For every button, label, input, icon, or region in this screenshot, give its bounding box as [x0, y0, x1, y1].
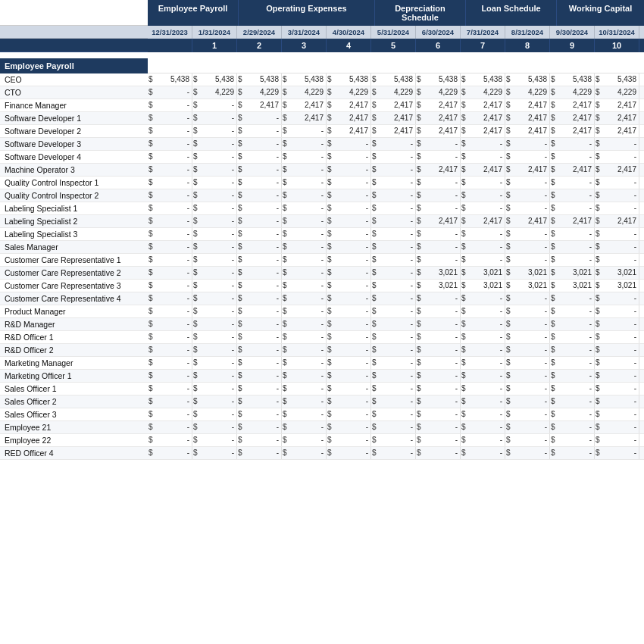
dollar-sign: $ [461, 112, 468, 124]
dollar-sign: $ [148, 305, 155, 317]
dollar-sign: $ [505, 241, 513, 253]
value-cell: - [245, 241, 282, 253]
dollar-sign: $ [237, 408, 245, 420]
dollar-sign: $ [416, 73, 424, 86]
dollar-sign: $ [192, 73, 200, 86]
dollar-sign: $ [461, 447, 468, 459]
dollar-sign: $ [282, 228, 289, 240]
date-cell-2: 2/29/2024 [237, 26, 282, 39]
dollar-sign: $ [192, 357, 200, 369]
dollar-sign: $ [192, 164, 200, 176]
dollar-sign: $ [550, 383, 558, 395]
value-cell: 4,229 [200, 86, 237, 98]
value-cell: 5,438 [513, 73, 550, 86]
dollar-sign: $ [461, 189, 468, 202]
dollar-sign: $ [148, 254, 155, 266]
row-label: Quality Control Inspector 2 [0, 189, 148, 202]
value-cell: 2,417 [513, 215, 550, 227]
dollar-sign: $ [327, 280, 334, 292]
dollar-sign: $ [327, 318, 334, 330]
value-cell: - [424, 292, 461, 305]
value-cell: - [513, 151, 550, 163]
dollar-sign: $ [282, 254, 289, 266]
value-cell: - [200, 228, 237, 240]
value-cell: - [468, 138, 505, 150]
table-row: CEO$5,438$5,438$5,438$5,438$5,438$5,438$… [0, 73, 644, 86]
table-row: Machine Operator 3$-$-$-$-$-$-$2,417$2,4… [0, 164, 644, 177]
employee-payroll-section-header: Employee Payroll [0, 58, 148, 73]
value-cell: - [513, 202, 550, 214]
value-cell: - [289, 228, 327, 240]
value-cell: 4,229 [424, 86, 461, 98]
value-cell: - [424, 408, 461, 420]
dollar-sign: $ [148, 434, 155, 446]
dollar-sign: $ [237, 228, 245, 240]
value-cell: 2,417 [602, 215, 639, 227]
dollar-sign: $ [148, 447, 155, 459]
value-cell: - [602, 447, 639, 459]
value-cell: - [155, 254, 192, 266]
dollar-sign: $ [416, 357, 424, 369]
value-cell: 2,417 [558, 164, 595, 176]
value-cell: 2,417 [558, 112, 595, 124]
value-cell: 2,417 [468, 164, 505, 176]
value-cell: - [379, 421, 416, 433]
dollar-sign: $ [505, 357, 513, 369]
value-cell: - [155, 357, 192, 369]
dollar-sign: $ [416, 138, 424, 150]
dollar-sign: $ [416, 267, 424, 279]
table-row: Employee 22$-$-$-$-$-$-$-$-$-$-$- [0, 434, 644, 447]
value-cell: - [424, 305, 461, 317]
value-cell: 4,229 [334, 86, 371, 98]
table-row: Customer Care Representative 1$-$-$-$-$-… [0, 254, 644, 267]
dollar-sign: $ [192, 177, 200, 189]
dollar-sign: $ [550, 344, 558, 356]
dollar-sign: $ [237, 215, 245, 227]
dollar-sign: $ [550, 254, 558, 266]
value-cell: - [334, 370, 371, 382]
dollar-sign: $ [416, 151, 424, 163]
value-cell: - [334, 267, 371, 279]
value-cell: - [200, 189, 237, 202]
value-cell: - [155, 280, 192, 292]
dollar-sign: $ [282, 112, 289, 124]
dollar-sign: $ [192, 138, 200, 150]
value-cell: - [379, 331, 416, 343]
dollar-sign: $ [237, 305, 245, 317]
dollar-sign: $ [327, 370, 334, 382]
row-label: R&D Manager [0, 318, 148, 330]
dollar-sign: $ [327, 357, 334, 369]
value-cell: - [245, 202, 282, 214]
value-cell: 2,417 [602, 99, 639, 111]
dollar-sign: $ [461, 177, 468, 189]
dollar-sign: $ [550, 280, 558, 292]
value-cell: - [200, 357, 237, 369]
value-cell: - [289, 421, 327, 433]
dollar-sign: $ [595, 408, 602, 420]
value-cell: - [558, 202, 595, 214]
dollar-sign: $ [192, 189, 200, 202]
value-cell: - [334, 292, 371, 305]
dollar-sign: $ [237, 331, 245, 343]
value-cell: - [379, 318, 416, 330]
table-row: Finance Manager$-$-$2,417$2,417$2,417$2,… [0, 99, 644, 112]
dollar-sign: $ [148, 318, 155, 330]
row-label: R&D Officer 1 [0, 331, 148, 343]
value-cell: - [513, 318, 550, 330]
dollar-sign: $ [595, 421, 602, 433]
dollar-sign: $ [282, 408, 289, 420]
dollar-sign: $ [505, 370, 513, 382]
value-cell: - [558, 344, 595, 356]
value-cell: - [558, 421, 595, 433]
dollar-sign: $ [461, 86, 468, 98]
row-label: Finance Manager [0, 99, 148, 111]
date-cell-8: 8/31/2024 [505, 26, 550, 39]
value-cell: - [513, 447, 550, 459]
value-cell: 4,229 [602, 86, 639, 98]
value-cell: - [468, 344, 505, 356]
value-cell: 2,417 [379, 112, 416, 124]
value-cell: - [513, 370, 550, 382]
value-cell: - [155, 151, 192, 163]
dollar-sign: $ [371, 177, 379, 189]
dollar-sign: $ [595, 344, 602, 356]
